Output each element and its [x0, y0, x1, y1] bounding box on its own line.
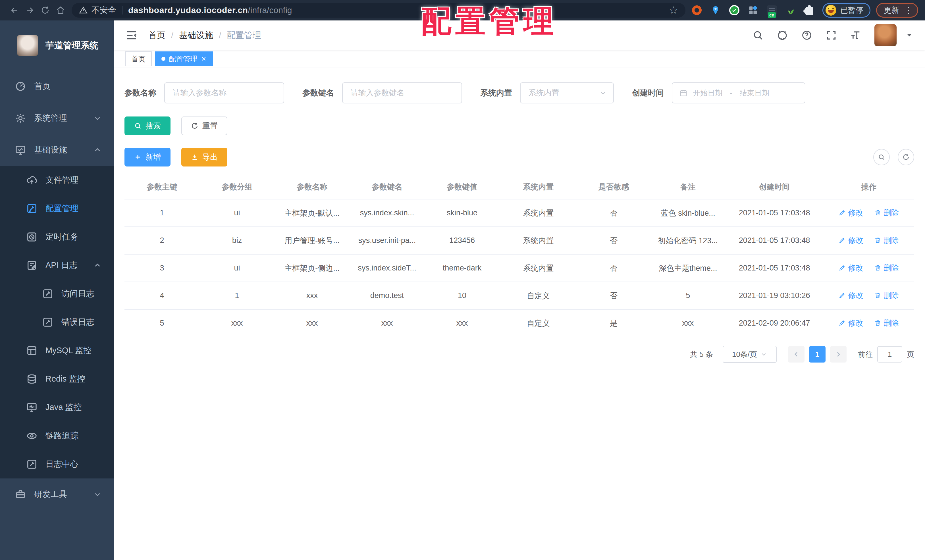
select-placeholder: 系统内置 — [529, 88, 559, 98]
sidebar-item-label: MySQL 监控 — [45, 345, 92, 356]
edit-link[interactable]: 修改 — [839, 235, 863, 245]
refresh-icon — [191, 122, 198, 129]
fullscreen-icon[interactable] — [826, 30, 837, 41]
param-key-label: 参数键名 — [302, 87, 334, 98]
avatar-caret-down-icon[interactable] — [906, 32, 913, 39]
tag-config-management[interactable]: 配置管理 — [155, 51, 213, 66]
cell: 否 — [577, 254, 650, 282]
security-label[interactable]: 不安全 — [92, 5, 116, 16]
cell: 系统内置 — [500, 227, 577, 254]
sidebar-item-redis-monitor[interactable]: Redis 监控 — [0, 365, 114, 393]
tag-home[interactable]: 首页 — [125, 51, 152, 66]
sidebar-item-file-management[interactable]: 文件管理 — [0, 166, 114, 194]
sidebar-item-error-logs[interactable]: 错误日志 — [0, 308, 114, 336]
delete-link[interactable]: 删除 — [874, 208, 899, 218]
toggle-search-button[interactable] — [873, 149, 890, 166]
sidebar: 芋道管理系统 首页 系统管理 基础设施 文件管 — [0, 21, 114, 560]
delete-link[interactable]: 删除 — [874, 235, 899, 245]
param-name-label: 参数名称 — [125, 87, 156, 98]
browser-reload-button[interactable] — [38, 3, 53, 18]
sidebar-item-mysql-monitor[interactable]: MySQL 监控 — [0, 336, 114, 365]
extension-orange-ring-icon[interactable] — [691, 4, 702, 16]
update-label: 更新 — [884, 5, 899, 15]
sidebar-item-label: 日志中心 — [45, 459, 78, 470]
goto-label: 前往 — [858, 349, 873, 360]
sidebar-item-system-management[interactable]: 系统管理 — [0, 102, 114, 134]
edit-link[interactable]: 修改 — [839, 291, 863, 301]
row-actions: 修改 删除 — [823, 309, 914, 337]
sidebar-item-home[interactable]: 首页 — [0, 71, 114, 102]
sidebar-item-api-logs[interactable]: API 日志 — [0, 251, 114, 280]
param-name-input[interactable] — [164, 83, 284, 104]
date-range-picker[interactable]: 开始日期 - 结束日期 — [672, 83, 805, 104]
infrastructure-submenu: 文件管理 配置管理 定时任务 API 日志 — [0, 166, 114, 479]
app-logo-row[interactable]: 芋道管理系统 — [0, 21, 114, 71]
param-key-input[interactable] — [342, 83, 462, 104]
delete-link[interactable]: 删除 — [874, 263, 899, 273]
sidebar-item-log-center[interactable]: 日志中心 — [0, 450, 114, 479]
annotation-overlay-title: 配置管理 — [421, 1, 557, 42]
browser-forward-button[interactable] — [22, 3, 38, 18]
close-icon[interactable] — [200, 56, 207, 62]
dashboard-icon — [15, 81, 26, 92]
refresh-table-button[interactable] — [898, 149, 914, 166]
breadcrumb-infrastructure[interactable]: 基础设施 — [179, 30, 213, 41]
address-bar[interactable]: 不安全 dashboard.yudao.iocoder.cn /infra/co… — [72, 3, 685, 18]
chevron-down-icon — [761, 351, 767, 358]
browser-back-button[interactable] — [7, 3, 22, 18]
sidebar-item-label: Redis 监控 — [45, 373, 85, 385]
extensions-puzzle-icon[interactable] — [804, 4, 815, 16]
next-page-button[interactable] — [830, 346, 847, 363]
sidebar-item-infrastructure[interactable]: 基础设施 — [0, 134, 114, 166]
extension-cn-translate-icon[interactable]: cn — [766, 4, 777, 16]
sidebar-item-tracing[interactable]: 链路追踪 — [0, 422, 114, 450]
chevron-right-icon — [835, 351, 842, 358]
extension-plant-icon[interactable] — [785, 4, 796, 16]
prev-page-button[interactable] — [788, 346, 804, 363]
sidebar-item-dev-tools[interactable]: 研发工具 — [0, 479, 114, 510]
search-icon[interactable] — [752, 30, 764, 41]
extension-grid-icon[interactable] — [747, 4, 759, 16]
browser-update-button[interactable]: 更新 ⋮ — [876, 3, 918, 18]
column-header: 系统内置 — [500, 176, 577, 199]
forward-arrow-icon — [25, 5, 35, 15]
menu-fold-icon[interactable] — [126, 29, 137, 41]
profile-paused-pill[interactable]: 已暂停 — [823, 3, 871, 18]
edit-link[interactable]: 修改 — [839, 318, 863, 328]
delete-link[interactable]: 删除 — [874, 318, 899, 328]
export-button[interactable]: 导出 — [181, 148, 227, 167]
sidebar-item-label: API 日志 — [45, 260, 78, 271]
cell: 2021-01-05 17:03:48 — [726, 227, 824, 254]
extension-pin-icon[interactable] — [710, 4, 721, 16]
goto-page-input[interactable] — [877, 346, 902, 363]
sidebar-item-config-management[interactable]: 配置管理 — [0, 194, 114, 223]
search-button[interactable]: 搜索 — [125, 116, 170, 135]
cell: 5 — [651, 282, 726, 309]
sidebar-item-java-monitor[interactable]: Java 监控 — [0, 393, 114, 422]
edit-link[interactable]: 修改 — [839, 263, 863, 273]
github-icon[interactable] — [777, 30, 788, 41]
current-page-button[interactable]: 1 — [809, 346, 826, 363]
browser-home-button[interactable] — [53, 3, 68, 18]
tag-label: 配置管理 — [169, 54, 197, 64]
browser-menu-kebab-icon[interactable]: ⋮ — [904, 6, 913, 15]
cell: demo.test — [350, 282, 425, 309]
edit-square-icon — [42, 316, 53, 328]
page-size-select[interactable]: 10条/页 — [723, 346, 777, 363]
breadcrumb-home[interactable]: 首页 — [148, 30, 166, 41]
user-avatar[interactable] — [874, 24, 896, 46]
system-builtin-select[interactable]: 系统内置 — [520, 83, 614, 104]
help-icon[interactable] — [801, 30, 812, 41]
extension-green-check-icon[interactable] — [729, 4, 740, 16]
edit-link[interactable]: 修改 — [839, 208, 863, 218]
font-size-icon[interactable] — [850, 30, 861, 41]
delete-link[interactable]: 删除 — [874, 291, 899, 301]
sidebar-item-access-logs[interactable]: 访问日志 — [0, 280, 114, 308]
column-header: 参数主键 — [125, 176, 199, 199]
cell: biz — [199, 227, 274, 254]
database-icon — [26, 373, 38, 385]
sidebar-item-scheduled-tasks[interactable]: 定时任务 — [0, 223, 114, 251]
bookmark-star-icon[interactable]: ☆ — [669, 5, 678, 15]
reset-button[interactable]: 重置 — [181, 116, 227, 135]
add-button[interactable]: 新增 — [125, 148, 170, 167]
